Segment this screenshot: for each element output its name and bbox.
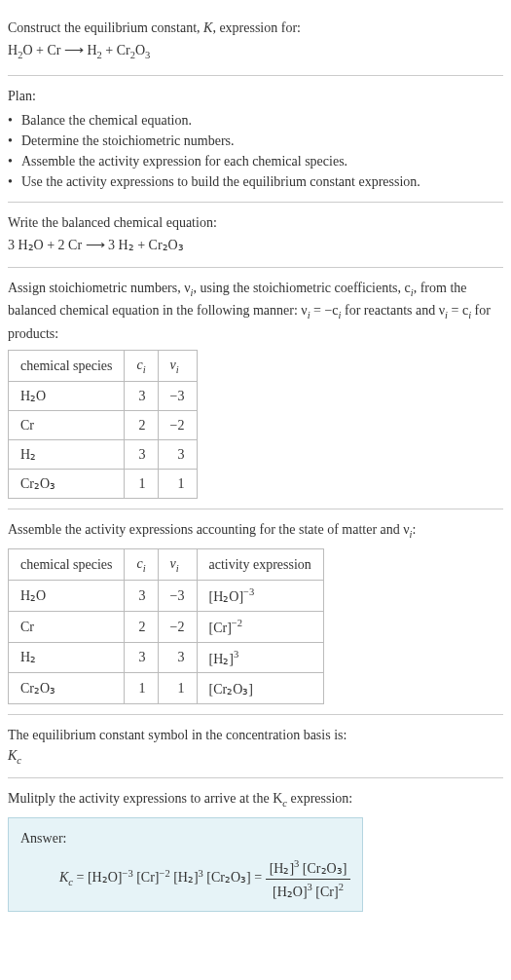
prompt-line: Construct the equilibrium constant, K, e… [8, 18, 503, 38]
table-header-row: chemical species ci νi activity expressi… [9, 548, 324, 581]
cell-species: Cr [9, 611, 125, 642]
cell-vi: −2 [158, 611, 197, 642]
answer-label: Answer: [20, 828, 350, 848]
table-row: Cr2−2 [9, 411, 198, 440]
cell-species: Cr [9, 411, 125, 440]
cell-vi: −3 [158, 382, 197, 411]
cell-ci: 1 [125, 673, 158, 704]
balanced-section: Write the balanced chemical equation: 3 … [8, 203, 503, 268]
header-section: Construct the equilibrium constant, K, e… [8, 6, 503, 76]
table-row: H₂O3−3 [9, 382, 198, 411]
bullet-icon: • [8, 110, 16, 131]
plan-item-text: Determine the stoichiometric numbers. [21, 131, 235, 151]
table-row: H₂33[H₂]3 [9, 642, 324, 673]
table-row: Cr2−2[Cr]−2 [9, 611, 324, 642]
product-h2: H2 [87, 43, 101, 57]
cell-ci: 3 [125, 642, 158, 673]
activity-intro: Assemble the activity expressions accoun… [8, 519, 503, 543]
cell-ci: 1 [125, 470, 158, 499]
plan-item: •Use the activity expressions to build t… [8, 171, 503, 192]
cell-vi: 3 [158, 440, 197, 470]
cell-species: H₂ [9, 440, 125, 470]
balanced-equation: 3 H₂O + 2 Cr ⟶ 3 H₂ + Cr₂O₃ [8, 235, 503, 255]
bullet-icon: • [8, 131, 16, 151]
bullet-icon: • [8, 151, 16, 171]
table-row: Cr₂O₃11[Cr₂O₃] [9, 673, 324, 704]
kc-expression: Kc = [H₂O]−3 [Cr]−2 [H₂]3 [Cr₂O₃] = [H₂]… [20, 856, 350, 901]
col-ci: ci [125, 350, 158, 382]
cell-vi: 3 [158, 642, 197, 673]
cell-ci: 2 [125, 411, 158, 440]
activity-section: Assemble the activity expressions accoun… [8, 509, 503, 715]
col-vi: νi [158, 350, 197, 382]
plan-item-text: Balance the chemical equation. [21, 110, 192, 131]
cell-vi: −2 [158, 411, 197, 440]
stoich-table: chemical species ci νi H₂O3−3 Cr2−2 H₂33… [8, 350, 198, 500]
activity-table: chemical species ci νi activity expressi… [8, 548, 324, 704]
cell-species: H₂O [9, 581, 125, 612]
col-vi: νi [158, 548, 197, 581]
multiply-line: Mulitply the activity expressions to arr… [8, 788, 503, 811]
kc-symbol: Kc [8, 745, 503, 769]
reactant-h2o: H2O + Cr [8, 43, 60, 57]
arrow-icon: ⟶ [60, 43, 87, 57]
table-row: H₂O3−3[H₂O]−3 [9, 581, 324, 612]
unbalanced-equation: H2O + Cr ⟶ H2 + Cr2O3 [8, 40, 503, 63]
col-species: chemical species [9, 548, 125, 581]
cell-vi: 1 [158, 673, 197, 704]
balanced-title: Write the balanced chemical equation: [8, 212, 503, 233]
plan-title: Plan: [8, 86, 503, 106]
cell-ci: 2 [125, 611, 158, 642]
table-header-row: chemical species ci νi [9, 350, 198, 382]
cell-activity: [Cr₂O₃] [197, 673, 323, 704]
cell-species: H₂ [9, 642, 125, 673]
cell-vi: 1 [158, 470, 197, 499]
plan-item-text: Use the activity expressions to build th… [21, 171, 420, 192]
plan-list: •Balance the chemical equation. •Determi… [8, 110, 503, 192]
table-row: H₂33 [9, 440, 198, 470]
cell-activity: [H₂]3 [197, 642, 323, 673]
plan-item: •Balance the chemical equation. [8, 110, 503, 131]
prompt-text: Construct the equilibrium constant, K, e… [8, 20, 301, 35]
plan-item: •Determine the stoichiometric numbers. [8, 131, 503, 151]
answer-box: Answer: Kc = [H₂O]−3 [Cr]−2 [H₂]3 [Cr₂O₃… [8, 817, 363, 912]
answer-section: Mulitply the activity expressions to arr… [8, 778, 503, 922]
bullet-icon: • [8, 171, 16, 192]
cell-activity: [Cr]−2 [197, 611, 323, 642]
product-cr2o3: + Cr2O3 [102, 43, 151, 57]
fraction: [H₂]3 [Cr₂O₃][H₂O]3 [Cr]2 [266, 856, 351, 901]
cell-species: H₂O [9, 382, 125, 411]
kc-symbol-section: The equilibrium constant symbol in the c… [8, 715, 503, 779]
stoich-intro: Assign stoichiometric numbers, νi, using… [8, 278, 503, 344]
col-activity: activity expression [197, 548, 323, 581]
plan-item: •Assemble the activity expression for ea… [8, 151, 503, 171]
cell-activity: [H₂O]−3 [197, 581, 323, 612]
col-species: chemical species [9, 350, 125, 382]
plan-item-text: Assemble the activity expression for eac… [21, 151, 347, 171]
cell-ci: 3 [125, 440, 158, 470]
col-ci: ci [125, 548, 158, 581]
stoich-section: Assign stoichiometric numbers, νi, using… [8, 268, 503, 510]
table-row: Cr₂O₃11 [9, 470, 198, 499]
plan-section: Plan: •Balance the chemical equation. •D… [8, 76, 503, 203]
cell-species: Cr₂O₃ [9, 673, 125, 704]
cell-species: Cr₂O₃ [9, 470, 125, 499]
cell-ci: 3 [125, 581, 158, 612]
cell-vi: −3 [158, 581, 197, 612]
kc-symbol-line: The equilibrium constant symbol in the c… [8, 725, 503, 745]
cell-ci: 3 [125, 382, 158, 411]
